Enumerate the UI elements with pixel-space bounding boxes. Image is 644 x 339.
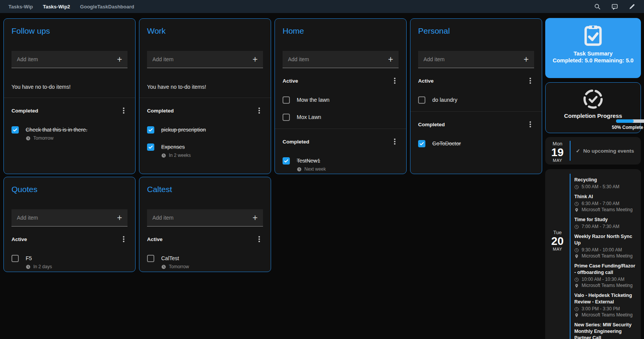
board-title: Home bbox=[283, 26, 399, 36]
event-title: Valo - Helpdesk Ticketing Review - Exter… bbox=[574, 292, 636, 305]
event-title: Time for Study bbox=[574, 217, 636, 223]
clock-outline-icon bbox=[574, 185, 579, 189]
calendar-weekday: Tue bbox=[545, 230, 570, 235]
todo-item: Expenses bbox=[139, 143, 271, 151]
add-item-input[interactable] bbox=[423, 56, 524, 62]
kebab-menu-icon[interactable] bbox=[258, 110, 260, 111]
todo-checkbox[interactable] bbox=[283, 114, 290, 121]
board-home: Home + Active Mow the lawn Mox Lawn Comp… bbox=[275, 18, 407, 174]
plus-icon[interactable]: + bbox=[253, 55, 258, 64]
plus-icon[interactable]: + bbox=[388, 55, 393, 64]
event-time: 5:00 AM - 5:30 AM bbox=[574, 184, 636, 189]
clock-outline-icon bbox=[574, 277, 579, 282]
clock-outline-icon bbox=[574, 202, 579, 206]
due-row: In 2 weeks bbox=[161, 153, 263, 158]
clock-outline-icon bbox=[574, 248, 579, 253]
todo-label: F5 bbox=[26, 255, 32, 262]
add-item-input[interactable] bbox=[17, 215, 117, 221]
todo-checkbox[interactable] bbox=[147, 255, 154, 262]
chat-icon[interactable] bbox=[611, 3, 618, 10]
add-item-input[interactable] bbox=[17, 56, 117, 62]
section-name: Active bbox=[418, 78, 434, 84]
kebab-menu-icon[interactable] bbox=[530, 124, 531, 125]
location-pin-icon bbox=[574, 284, 579, 288]
top-bar: Tasks-Wip Tasks-Wip2 GoogleTaskDashboard bbox=[0, 0, 644, 13]
event-title: Think AI bbox=[574, 194, 636, 200]
calendar-date: Mon 19 MAY bbox=[545, 141, 570, 163]
event-location: Microsoft Teams Meeting bbox=[574, 207, 636, 212]
due-label: Tomorrow bbox=[169, 264, 189, 269]
clock-outline-icon bbox=[574, 307, 579, 311]
event-item: Think AI 6:30 AM - 7:00 AM Microsoft Tea… bbox=[574, 194, 636, 212]
progress-circle-check-icon bbox=[546, 88, 641, 110]
due-row: In 2 days bbox=[26, 264, 127, 269]
location-pin-icon bbox=[574, 208, 579, 212]
event-location: Microsoft Teams Meeting bbox=[574, 283, 636, 288]
kebab-menu-icon[interactable] bbox=[530, 80, 531, 81]
event-title: Prime Case Funding/Razor - offboarding c… bbox=[574, 263, 636, 276]
todo-label: do laundry bbox=[432, 96, 457, 104]
todo-checkbox[interactable] bbox=[11, 255, 19, 262]
plus-icon[interactable]: + bbox=[117, 55, 122, 64]
event-time: 6:30 AM - 7:00 AM bbox=[574, 201, 636, 206]
calendar-day: 19 bbox=[545, 147, 570, 158]
kebab-menu-icon[interactable] bbox=[123, 238, 124, 240]
todo-checkbox[interactable] bbox=[11, 126, 19, 134]
progress-bar bbox=[616, 119, 644, 123]
board-title: Follow ups bbox=[11, 26, 127, 36]
todo-item: F5 bbox=[4, 255, 135, 262]
todo-item: CalTest bbox=[139, 255, 271, 262]
tab-tasks-wip[interactable]: Tasks-Wip bbox=[8, 4, 33, 10]
divider bbox=[410, 111, 542, 112]
kebab-menu-icon[interactable] bbox=[394, 80, 396, 81]
plus-icon[interactable]: + bbox=[524, 55, 529, 64]
plus-icon[interactable]: + bbox=[253, 214, 258, 222]
add-item-input[interactable] bbox=[288, 56, 388, 62]
empty-state-text: You have no to-do items! bbox=[147, 84, 263, 90]
calendar-month: MAY bbox=[545, 158, 570, 163]
todo-label: TestNew1 bbox=[297, 157, 320, 165]
todo-checkbox[interactable] bbox=[147, 126, 154, 134]
todo-checkbox[interactable] bbox=[147, 143, 154, 151]
topbar-actions bbox=[594, 3, 636, 10]
add-item-input[interactable] bbox=[152, 215, 253, 221]
event-item: Weekly Razor North Sync Up 9:30 AM - 10:… bbox=[574, 233, 636, 259]
kebab-menu-icon[interactable] bbox=[394, 141, 396, 142]
location-pin-icon bbox=[574, 313, 579, 318]
completion-progress-card[interactable]: Completion Progress 50% Complete bbox=[545, 82, 641, 133]
board-title: Work bbox=[147, 26, 263, 36]
event-list: Recycling 5:00 AM - 5:30 AM Think AI 6:3… bbox=[574, 177, 636, 339]
calendar-card-mon-19[interactable]: Mon 19 MAY ✓ No upcoming events bbox=[545, 137, 641, 165]
add-item-input[interactable] bbox=[152, 56, 253, 62]
section-name: Active bbox=[11, 236, 27, 242]
summary-counts: Completed: 5.0 Remaining: 5.0 bbox=[552, 57, 633, 64]
todo-checkbox[interactable] bbox=[283, 157, 290, 165]
calendar-month: MAY bbox=[545, 247, 570, 252]
calendar-accent-line bbox=[570, 174, 570, 339]
clock-icon bbox=[161, 264, 166, 269]
todo-checkbox[interactable] bbox=[283, 96, 290, 104]
section-header-completed: Completed bbox=[4, 105, 135, 116]
add-item-row: + bbox=[283, 51, 399, 68]
kebab-menu-icon[interactable] bbox=[123, 110, 124, 111]
plus-icon[interactable]: + bbox=[117, 214, 122, 222]
tab-googletaskdashboard[interactable]: GoogleTaskDashboard bbox=[80, 4, 134, 10]
clipboard-check-icon bbox=[581, 23, 605, 47]
empty-state-text: You have no to-do items! bbox=[11, 84, 127, 90]
section-header-active: Active bbox=[275, 75, 406, 86]
task-summary-card[interactable]: Task Summary Completed: 5.0 Remaining: 5… bbox=[545, 18, 641, 78]
edit-pencil-icon[interactable] bbox=[629, 3, 636, 10]
kebab-menu-icon[interactable] bbox=[258, 238, 260, 240]
event-time: 3:00 PM - 3:30 PM bbox=[574, 306, 636, 311]
tab-tasks-wip2[interactable]: Tasks-Wip2 bbox=[43, 4, 70, 10]
calendar-card-tue-20[interactable]: Tue 20 MAY Recycling 5:00 AM - 5:30 AM T… bbox=[545, 169, 641, 339]
section-header-completed: Completed bbox=[275, 136, 406, 147]
search-icon[interactable] bbox=[594, 3, 601, 10]
todo-checkbox[interactable] bbox=[418, 96, 425, 104]
board-follow-ups: Follow ups + You have no to-do items! Co… bbox=[3, 18, 136, 174]
todo-checkbox[interactable] bbox=[418, 140, 425, 147]
check-icon: ✓ bbox=[576, 148, 580, 154]
dashboard-tabs: Tasks-Wip Tasks-Wip2 GoogleTaskDashboard bbox=[8, 4, 134, 10]
section-header-active: Active bbox=[139, 233, 271, 245]
todo-label: GoToDoctor bbox=[432, 140, 461, 147]
